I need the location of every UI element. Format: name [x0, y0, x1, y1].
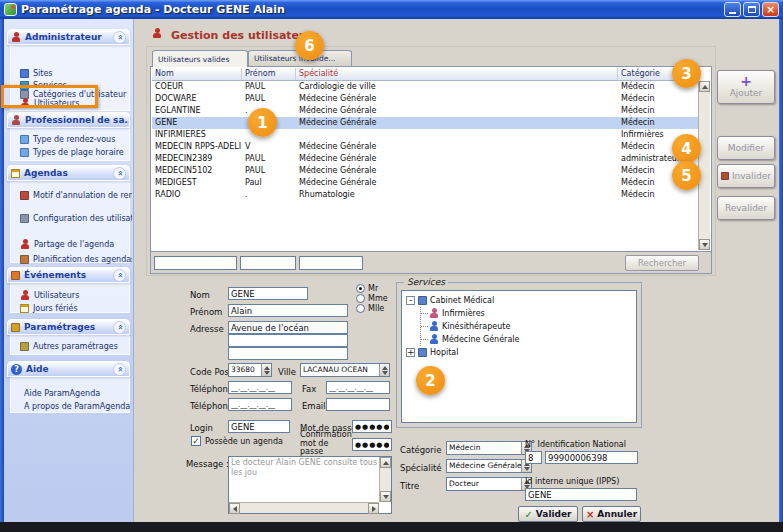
- collapse-chevron-icon[interactable]: »: [113, 321, 126, 334]
- id-national-field[interactable]: [545, 451, 638, 464]
- tab-utilisateurs-valides[interactable]: Utilisateurs valides: [152, 50, 248, 67]
- titre-combo[interactable]: Docteur: [446, 477, 532, 491]
- scroll-down-icon[interactable]: [380, 491, 391, 502]
- professional-icon: [11, 115, 21, 126]
- adresse-field-1[interactable]: [228, 321, 348, 334]
- sidebar-item-planification-agendas[interactable]: Planification des agendas: [20, 253, 132, 265]
- tree-node-infirmieres[interactable]: Infirmières: [421, 307, 636, 320]
- table-scrollbar[interactable]: [698, 81, 710, 250]
- scroll-left-icon[interactable]: [229, 503, 240, 514]
- general-medicine-icon: [429, 334, 439, 345]
- column-header-nom[interactable]: Nom: [152, 68, 242, 80]
- id-interne-field[interactable]: [525, 488, 637, 501]
- tree-node-medecine-generale[interactable]: Médecine Générale: [421, 333, 636, 346]
- tree-children: Infirmières Kinésithérapeute Médecine Gé…: [420, 307, 636, 346]
- search-nom-input[interactable]: [154, 256, 237, 270]
- search-specialite-input[interactable]: [299, 256, 363, 270]
- login-field[interactable]: [228, 420, 290, 433]
- civility-mme-radio[interactable]: Mme: [356, 294, 388, 303]
- mot-de-passe-field[interactable]: [352, 420, 392, 433]
- code-postal-combo[interactable]: 33680: [228, 363, 272, 377]
- sidebar-section-agendas[interactable]: Agendas »: [7, 165, 130, 181]
- specialite-combo[interactable]: Médecine Générale: [446, 459, 532, 473]
- sidebar-section-aide[interactable]: ? Aide »: [7, 361, 130, 377]
- collapse-expander-icon[interactable]: -: [406, 296, 415, 305]
- invalider-button[interactable]: Invalider: [717, 164, 775, 188]
- message-textarea[interactable]: Le docteur Alain GENE consulte tous les …: [228, 456, 392, 514]
- window-frame-right: [779, 19, 783, 522]
- collapse-chevron-icon[interactable]: »: [113, 31, 126, 44]
- scroll-up-icon[interactable]: [699, 81, 710, 92]
- valider-button[interactable]: ✓ Valider: [518, 506, 578, 522]
- sidebar-item-a-propos[interactable]: A propos de ParamAgenda: [24, 400, 136, 412]
- sidebar-item-motif-annulation[interactable]: Motif d'annulation de rendez-v...: [20, 189, 132, 201]
- table-row[interactable]: MEDECIN5102 PAUL Médecine Générale Médec…: [152, 165, 698, 177]
- column-header-prenom[interactable]: Prénom: [242, 68, 296, 80]
- collapse-chevron-icon[interactable]: »: [113, 269, 126, 282]
- sidebar-item-utilisateurs-evenements[interactable]: Utilisateurs: [20, 289, 132, 301]
- table-row[interactable]: EGLANTINE . Médecine Générale Médecin: [152, 105, 698, 117]
- sidebar-item-type-rendez-vous[interactable]: Type de rendez-vous: [20, 133, 132, 145]
- nom-field[interactable]: [228, 287, 308, 300]
- revalider-button[interactable]: Revalider: [717, 196, 775, 220]
- fax-field[interactable]: [326, 381, 390, 394]
- sidebar-section-professionnel[interactable]: Professionnel de sa... »: [7, 112, 130, 128]
- collapse-chevron-icon[interactable]: »: [113, 167, 126, 180]
- civility-mlle-radio[interactable]: Mlle: [356, 304, 384, 313]
- modifier-button[interactable]: Modifier: [717, 136, 775, 160]
- sidebar-item-sites[interactable]: Sites: [20, 67, 132, 79]
- adresse-field-3[interactable]: [228, 347, 348, 360]
- expand-expander-icon[interactable]: +: [406, 348, 415, 357]
- table-row[interactable]: DOCWARE PAUL Médecine Générale Médecin: [152, 93, 698, 105]
- rechercher-button[interactable]: Rechercher: [625, 255, 699, 271]
- tree-node-hopital[interactable]: + Hopital: [406, 346, 636, 359]
- categorie-combo[interactable]: Médecin: [446, 441, 532, 455]
- table-row[interactable]: MEDECIN RPPS-ADELI V Médecine Générale M…: [152, 141, 698, 153]
- table-row-selected[interactable]: GENE Médecine Générale Médecin: [152, 117, 698, 129]
- id-national-code-field[interactable]: [525, 451, 542, 464]
- scroll-up-icon[interactable]: [380, 457, 391, 468]
- cell-nom: GENE: [152, 117, 242, 129]
- sidebar-section-evenements[interactable]: Événements »: [7, 267, 130, 283]
- sidebar-item-aide-paramagenda[interactable]: Aide ParamAgenda: [24, 387, 136, 399]
- email-field[interactable]: [326, 398, 390, 411]
- collapse-chevron-icon[interactable]: »: [113, 363, 126, 376]
- spinner-icon[interactable]: [261, 364, 271, 376]
- message-horizontal-scrollbar[interactable]: [229, 502, 379, 513]
- table-row[interactable]: MEDIGEST Paul Médecine Générale Médecin: [152, 177, 698, 189]
- close-button[interactable]: ×: [762, 2, 779, 17]
- table-row[interactable]: COEUR PAUL Cardiologie de ville Médecin: [152, 81, 698, 93]
- search-prenom-input[interactable]: [240, 256, 296, 270]
- sidebar-section-administrateur[interactable]: Administrateur »: [7, 29, 130, 45]
- possede-agenda-checkbox[interactable]: ✓: [191, 436, 201, 446]
- confirmation-field[interactable]: [352, 438, 392, 451]
- sidebar-item-types-plage-horaire[interactable]: Types de plage horaire: [20, 146, 132, 158]
- scroll-down-icon[interactable]: [699, 239, 710, 250]
- spinner-icon[interactable]: [379, 364, 389, 376]
- scroll-right-icon[interactable]: [368, 503, 379, 514]
- tree-node-kinesitherapeute[interactable]: Kinésithérapeute: [421, 320, 636, 333]
- prenom-field[interactable]: [228, 304, 348, 317]
- sidebar-item-configuration-utilisateurs[interactable]: Configuration des utilisateurs: [20, 212, 132, 224]
- sidebar-item-jours-feries[interactable]: Jours fériés: [20, 302, 132, 314]
- sidebar-section-parametrages[interactable]: Paramétrages »: [7, 319, 130, 335]
- table-row[interactable]: INFIRMIERES Infirmières: [152, 129, 698, 141]
- sidebar-item-partage-agenda[interactable]: Partage de l'agenda: [20, 238, 132, 250]
- adresse-field-2[interactable]: [228, 334, 348, 347]
- ville-combo[interactable]: LACANAU OCEAN: [300, 363, 390, 377]
- message-vertical-scrollbar[interactable]: [379, 457, 391, 502]
- annuler-button[interactable]: × Annuler: [582, 506, 641, 522]
- sidebar-item-autres-parametrages[interactable]: Autres paramétrages: [20, 340, 132, 352]
- minimize-button[interactable]: [724, 2, 741, 17]
- column-header-specialite[interactable]: Spécialité: [296, 68, 618, 80]
- telephone1-field[interactable]: [228, 381, 292, 394]
- telephone2-field[interactable]: [228, 398, 292, 411]
- ajouter-button[interactable]: + Ajouter: [717, 70, 775, 104]
- services-group-label: Services: [404, 277, 448, 287]
- tree-node-cabinet-medical[interactable]: - Cabinet Médical: [406, 294, 636, 307]
- table-row[interactable]: MEDECIN2389 PAUL Médecine Générale admin…: [152, 153, 698, 165]
- table-row[interactable]: RADIO . Rhumatologie Médecin: [152, 189, 698, 201]
- maximize-button[interactable]: [743, 2, 760, 17]
- civility-mr-radio[interactable]: Mr: [356, 284, 378, 293]
- annotation-badge-4: 4: [672, 134, 701, 163]
